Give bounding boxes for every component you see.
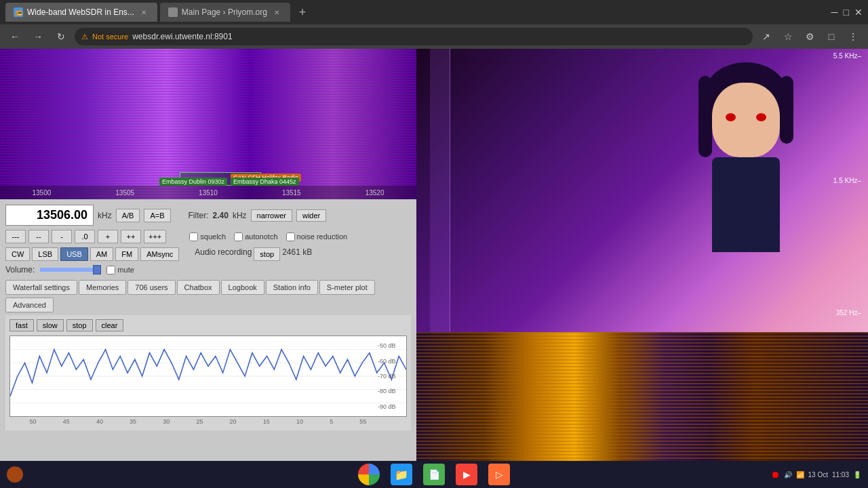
- tab-close-2[interactable]: ✕: [271, 7, 282, 18]
- step-btn-1[interactable]: ---: [5, 230, 26, 243]
- filter-unit: kHz: [233, 211, 247, 220]
- back-button[interactable]: ←: [5, 27, 24, 46]
- nav-actions: ↗ ☆ ⚙ □ ⋮: [757, 27, 863, 46]
- step-btn-7[interactable]: +++: [144, 230, 166, 243]
- char-eye-left: [726, 113, 736, 121]
- smeter-graph-container: -50 dB -60 dB -70 dB -80 dB -90 dB: [9, 336, 407, 417]
- freq-label-2: 13505: [115, 189, 134, 197]
- mode-am[interactable]: AM: [90, 247, 114, 261]
- freq-scale-2: 1.5 KHz–: [833, 177, 861, 184]
- station-label-dhaka: Embassy Dhaka 0445z: [231, 178, 299, 186]
- extensions-button[interactable]: ⚙: [800, 27, 819, 46]
- step-btn-6[interactable]: ++: [121, 230, 141, 243]
- step-btn-2[interactable]: --: [28, 230, 49, 243]
- mode-amsync[interactable]: AMsync: [140, 247, 179, 261]
- docs-icon[interactable]: 📄: [423, 464, 445, 485]
- security-icon: ⚠: [81, 33, 88, 41]
- filter-label: Filter:: [189, 211, 209, 220]
- autonotch-checkbox[interactable]: autonotch: [234, 232, 277, 241]
- freq-label-4: 13515: [282, 189, 301, 197]
- frequency-display[interactable]: 13506.00: [5, 205, 94, 226]
- youtube-icon[interactable]: ▶: [456, 464, 477, 485]
- tab-users[interactable]: 706 users: [127, 280, 175, 295]
- share-button[interactable]: ↗: [757, 27, 776, 46]
- right-panel: 5.5 KHz– 1.5 KHz– 352 Hz– 70 Hz–: [416, 49, 868, 488]
- ab-button[interactable]: A/B: [116, 209, 140, 222]
- tab-waterfall-settings[interactable]: Waterfall settings: [5, 280, 77, 295]
- play-store-icon[interactable]: ▷: [488, 464, 510, 485]
- waterfall-display[interactable]: Embassy Dublin 0930z CAN CFH Halifax Rad…: [0, 49, 416, 199]
- tab-priyom[interactable]: Main Page › Priyom.org ✕: [160, 3, 290, 22]
- squelch-checkbox[interactable]: squelch: [189, 232, 226, 241]
- chrome-icon[interactable]: [358, 464, 380, 485]
- forward-button[interactable]: →: [28, 27, 47, 46]
- volume-thumb[interactable]: [93, 265, 101, 274]
- smeter-svg: [10, 336, 406, 416]
- noise-reduction-checkbox[interactable]: noise reduction: [286, 232, 348, 241]
- taskbar-network-icon: 📶: [796, 471, 804, 479]
- mode-cw[interactable]: CW: [5, 247, 30, 261]
- tab-station-info[interactable]: Station info: [266, 280, 318, 295]
- db-label-1: -50 dB: [378, 342, 406, 349]
- smeter-clear-button[interactable]: clear: [96, 319, 124, 331]
- controls-area: 13506.00 kHz A/B A=B Filter: 2.40 kHz na…: [0, 199, 416, 488]
- tab-logbook[interactable]: Logbook: [221, 280, 264, 295]
- taskbar-indicator: [7, 466, 23, 483]
- smeter-slow-button[interactable]: slow: [37, 319, 64, 331]
- smeter-fast-button[interactable]: fast: [9, 319, 34, 331]
- smeter-stop-button[interactable]: stop: [66, 319, 93, 331]
- tab-label-1: Wide-band WebSDR in Ens...: [27, 7, 134, 17]
- nav-bar: ← → ↻ ⚠ Not secure websdr.ewi.utwente.nl…: [0, 24, 868, 49]
- aeb-button[interactable]: A=B: [144, 209, 170, 222]
- step-btn-3[interactable]: -: [52, 230, 72, 243]
- volume-row: Volume: mute: [5, 265, 411, 274]
- tab-close-1[interactable]: ✕: [138, 7, 149, 18]
- files-icon[interactable]: 📁: [391, 464, 412, 485]
- step-btn-5[interactable]: +: [98, 230, 118, 243]
- db-label-2: -60 dB: [378, 358, 406, 365]
- tab-favicon-1: 📻: [14, 7, 23, 17]
- websdr-panel: Embassy Dublin 0930z CAN CFH Halifax Rad…: [0, 49, 416, 488]
- squelch-input[interactable]: [189, 232, 198, 241]
- checkbox-row: squelch autonotch noise reduction: [189, 230, 347, 243]
- mode-fm[interactable]: FM: [115, 247, 138, 261]
- reload-button[interactable]: ↻: [52, 27, 71, 46]
- tabs-row: Waterfall settings Memories 706 users Ch…: [5, 280, 411, 295]
- wider-button[interactable]: wider: [296, 209, 326, 222]
- audio-stop-button[interactable]: stop: [254, 247, 280, 261]
- step-btn-4[interactable]: .0: [75, 230, 95, 243]
- narrower-button[interactable]: narrower: [251, 209, 292, 222]
- advanced-button[interactable]: Advanced: [5, 298, 54, 312]
- character-area: [692, 62, 800, 252]
- db-label-4: -80 dB: [378, 388, 406, 394]
- close-button[interactable]: ✕: [854, 7, 863, 18]
- anime-background: [416, 49, 868, 348]
- maximize-button[interactable]: □: [844, 7, 849, 18]
- taskbar-audio-icon: 🔊: [784, 471, 792, 479]
- mode-usb[interactable]: USB: [60, 247, 88, 261]
- taskbar-record-icon: ⏺: [770, 469, 780, 480]
- window-bar-left: [430, 49, 450, 348]
- noise-reduction-input[interactable]: [286, 232, 295, 241]
- freq-label-5: 13520: [366, 189, 384, 197]
- taskbar-right-section: ⏺ 🔊 📶 13 Oct 11:03 🔋: [770, 469, 862, 480]
- mode-lsb[interactable]: LSB: [32, 247, 58, 261]
- minimize-button[interactable]: ─: [831, 7, 838, 18]
- tab-smeter-plot[interactable]: S-meter plot: [319, 280, 375, 295]
- mute-input[interactable]: [106, 266, 115, 274]
- db-label-3: -70 dB: [378, 373, 406, 380]
- db-label-5: -90 dB: [378, 403, 406, 410]
- tab-websdr[interactable]: 📻 Wide-band WebSDR in Ens... ✕: [5, 3, 157, 22]
- autonotch-input[interactable]: [234, 232, 243, 241]
- bookmark-button[interactable]: ☆: [778, 27, 797, 46]
- mute-checkbox[interactable]: mute: [106, 266, 134, 274]
- taskbar-date: 13 Oct: [808, 471, 828, 479]
- profile-button[interactable]: □: [822, 27, 841, 46]
- tab-chatbox[interactable]: Chatbox: [177, 280, 220, 295]
- new-tab-button[interactable]: +: [293, 3, 312, 22]
- menu-button[interactable]: ⋮: [844, 27, 863, 46]
- address-bar[interactable]: ⚠ Not secure websdr.ewi.utwente.nl:8901: [75, 28, 753, 45]
- tab-memories[interactable]: Memories: [79, 280, 126, 295]
- volume-slider[interactable]: [40, 268, 101, 272]
- volume-label: Volume:: [5, 265, 35, 274]
